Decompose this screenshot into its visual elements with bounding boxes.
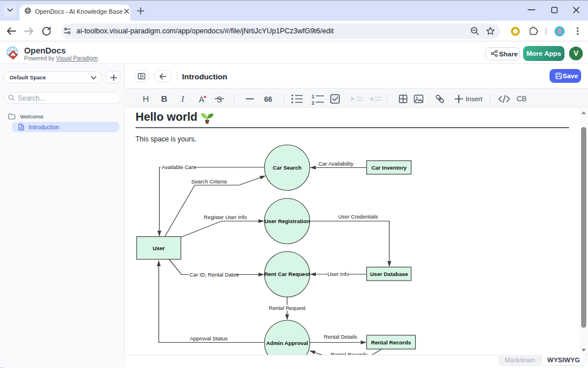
svg-text:Rental Request: Rental Request	[269, 305, 306, 311]
svg-text:A: A	[199, 95, 204, 104]
svg-text:Car Search: Car Search	[273, 164, 301, 171]
svg-text:1: 1	[311, 94, 314, 99]
svg-text:Register User Info: Register User Info	[204, 214, 247, 220]
svg-text:Admin Approval: Admin Approval	[266, 340, 308, 346]
svg-text:User Credentials: User Credentials	[338, 214, 378, 220]
svg-text:User Database: User Database	[370, 271, 408, 277]
svg-text:Rent Car Request: Rent Car Request	[264, 271, 311, 277]
svg-text:Car ID, Rental Dates: Car ID, Rental Dates	[189, 272, 239, 278]
svg-text:S: S	[216, 95, 222, 104]
svg-text:User Registration: User Registration	[264, 218, 310, 224]
svg-text:Car Inventory: Car Inventory	[372, 164, 407, 171]
svg-text:2: 2	[311, 100, 314, 106]
svg-text:CB: CB	[517, 95, 527, 103]
svg-text:Approval Status: Approval Status	[190, 336, 228, 342]
svg-text:Rental Details: Rental Details	[324, 334, 357, 340]
svg-text:Car Availability: Car Availability	[319, 161, 354, 167]
svg-text:Insert: Insert	[466, 95, 483, 102]
svg-text:I: I	[180, 94, 184, 103]
svg-text:66: 66	[264, 95, 272, 103]
svg-text:Available Cars: Available Cars	[162, 164, 196, 170]
svg-text:Search Criteria: Search Criteria	[191, 179, 227, 185]
svg-text:User Info: User Info	[327, 271, 349, 277]
svg-text:Rental Records: Rental Records	[371, 339, 411, 346]
svg-text:B: B	[161, 94, 168, 103]
svg-text:User: User	[153, 245, 165, 251]
svg-text:H: H	[143, 94, 149, 103]
